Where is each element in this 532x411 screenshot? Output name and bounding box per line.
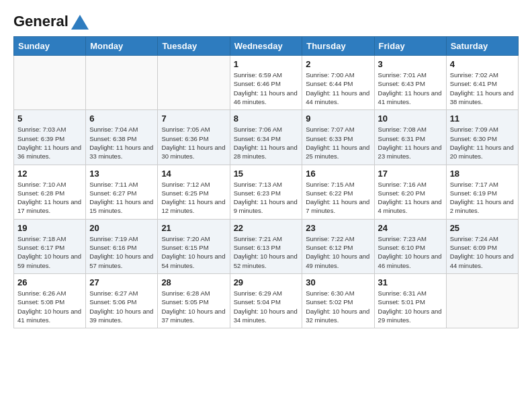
day-info: Sunrise: 6:27 AMSunset: 5:06 PMDaylight:… [89,289,154,324]
day-number: 9 [306,113,370,124]
calendar-cell: 7Sunrise: 7:05 AMSunset: 6:36 PMDaylight… [158,110,230,165]
day-number: 5 [17,113,82,124]
logo: General [13,13,91,30]
day-info: Sunrise: 7:20 AMSunset: 6:15 PMDaylight:… [161,234,226,270]
day-info: Sunrise: 7:17 AMSunset: 6:19 PMDaylight:… [450,180,515,216]
calendar-row-2: 5Sunrise: 7:03 AMSunset: 6:39 PMDaylight… [14,110,519,165]
calendar-cell: 17Sunrise: 7:16 AMSunset: 6:20 PMDayligh… [374,165,446,219]
day-info: Sunrise: 7:22 AMSunset: 6:12 PMDaylight:… [306,234,370,270]
calendar-cell: 3Sunrise: 7:01 AMSunset: 6:43 PMDaylight… [374,56,446,110]
day-number: 28 [161,277,226,287]
calendar-cell: 25Sunrise: 7:24 AMSunset: 6:09 PMDayligh… [446,219,518,273]
calendar-row-3: 12Sunrise: 7:10 AMSunset: 6:28 PMDayligh… [14,165,519,219]
calendar-page: General SundayMondayTuesdayWednesdayThur… [0,0,532,342]
day-info: Sunrise: 7:01 AMSunset: 6:43 PMDaylight:… [378,71,443,106]
day-info: Sunrise: 7:23 AMSunset: 6:10 PMDaylight:… [378,234,443,270]
calendar-cell: 5Sunrise: 7:03 AMSunset: 6:39 PMDaylight… [14,110,86,165]
day-info: Sunrise: 6:31 AMSunset: 5:01 PMDaylight:… [378,289,443,324]
calendar-cell: 11Sunrise: 7:09 AMSunset: 6:30 PMDayligh… [446,110,518,165]
day-info: Sunrise: 7:16 AMSunset: 6:20 PMDaylight:… [378,180,443,216]
calendar-cell: 30Sunrise: 6:30 AMSunset: 5:02 PMDayligh… [302,273,374,328]
calendar-cell: 13Sunrise: 7:11 AMSunset: 6:27 PMDayligh… [86,165,158,219]
day-number: 22 [234,223,299,233]
calendar-cell: 8Sunrise: 7:06 AMSunset: 6:34 PMDaylight… [230,110,302,165]
calendar-cell: 29Sunrise: 6:29 AMSunset: 5:04 PMDayligh… [230,273,302,328]
day-info: Sunrise: 7:10 AMSunset: 6:28 PMDaylight:… [17,180,82,216]
weekday-header-monday: Monday [86,37,158,56]
calendar-cell: 23Sunrise: 7:22 AMSunset: 6:12 PMDayligh… [302,219,374,273]
day-info: Sunrise: 7:02 AMSunset: 6:41 PMDaylight:… [450,71,515,106]
day-number: 23 [306,223,370,233]
logo-icon [70,13,90,31]
calendar-cell: 19Sunrise: 7:18 AMSunset: 6:17 PMDayligh… [14,219,86,273]
day-number: 19 [17,223,82,233]
calendar-cell: 20Sunrise: 7:19 AMSunset: 6:16 PMDayligh… [86,219,158,273]
day-number: 10 [378,113,443,124]
day-info: Sunrise: 7:06 AMSunset: 6:34 PMDaylight:… [234,125,299,161]
day-info: Sunrise: 7:24 AMSunset: 6:09 PMDaylight:… [450,234,515,270]
weekday-header-tuesday: Tuesday [158,37,230,56]
day-info: Sunrise: 6:28 AMSunset: 5:05 PMDaylight:… [161,289,226,324]
svg-marker-0 [71,15,89,30]
day-number: 25 [450,223,515,233]
day-info: Sunrise: 7:13 AMSunset: 6:23 PMDaylight:… [234,180,299,216]
day-info: Sunrise: 7:12 AMSunset: 6:25 PMDaylight:… [161,180,226,216]
day-info: Sunrise: 7:18 AMSunset: 6:17 PMDaylight:… [17,234,82,270]
day-info: Sunrise: 7:04 AMSunset: 6:38 PMDaylight:… [89,125,154,161]
calendar-cell: 10Sunrise: 7:08 AMSunset: 6:31 PMDayligh… [374,110,446,165]
calendar-cell: 6Sunrise: 7:04 AMSunset: 6:38 PMDaylight… [86,110,158,165]
calendar-cell [86,56,158,110]
day-info: Sunrise: 7:00 AMSunset: 6:44 PMDaylight:… [306,71,370,106]
logo-text: General [13,13,91,31]
calendar-cell: 16Sunrise: 7:15 AMSunset: 6:22 PMDayligh… [302,165,374,219]
day-number: 8 [234,113,299,124]
weekday-header-wednesday: Wednesday [230,37,302,56]
weekday-header-thursday: Thursday [302,37,374,56]
day-number: 12 [17,169,82,179]
day-number: 21 [161,223,226,233]
calendar-cell: 26Sunrise: 6:26 AMSunset: 5:08 PMDayligh… [14,273,86,328]
calendar-row-1: 1Sunrise: 6:59 AMSunset: 6:46 PMDaylight… [14,56,519,110]
calendar-cell: 2Sunrise: 7:00 AMSunset: 6:44 PMDaylight… [302,56,374,110]
calendar-cell [158,56,230,110]
day-number: 20 [89,223,154,233]
day-info: Sunrise: 6:29 AMSunset: 5:04 PMDaylight:… [234,289,299,324]
calendar-cell: 24Sunrise: 7:23 AMSunset: 6:10 PMDayligh… [374,219,446,273]
calendar-row-5: 26Sunrise: 6:26 AMSunset: 5:08 PMDayligh… [14,273,519,328]
calendar-cell: 9Sunrise: 7:07 AMSunset: 6:33 PMDaylight… [302,110,374,165]
day-info: Sunrise: 7:08 AMSunset: 6:31 PMDaylight:… [378,125,443,161]
calendar-cell: 1Sunrise: 6:59 AMSunset: 6:46 PMDaylight… [230,56,302,110]
day-info: Sunrise: 7:07 AMSunset: 6:33 PMDaylight:… [306,125,370,161]
header: General [13,13,519,30]
day-number: 2 [306,59,370,69]
day-info: Sunrise: 6:30 AMSunset: 5:02 PMDaylight:… [306,289,370,324]
day-number: 7 [161,113,226,124]
day-number: 18 [450,169,515,179]
calendar-cell: 18Sunrise: 7:17 AMSunset: 6:19 PMDayligh… [446,165,518,219]
day-number: 4 [450,59,515,69]
calendar-cell: 21Sunrise: 7:20 AMSunset: 6:15 PMDayligh… [158,219,230,273]
calendar-cell: 14Sunrise: 7:12 AMSunset: 6:25 PMDayligh… [158,165,230,219]
day-number: 16 [306,169,370,179]
calendar-cell: 15Sunrise: 7:13 AMSunset: 6:23 PMDayligh… [230,165,302,219]
weekday-header-row: SundayMondayTuesdayWednesdayThursdayFrid… [14,37,519,56]
weekday-header-sunday: Sunday [14,37,86,56]
day-info: Sunrise: 7:19 AMSunset: 6:16 PMDaylight:… [89,234,154,270]
day-number: 24 [378,223,443,233]
day-number: 1 [234,59,299,69]
weekday-header-friday: Friday [374,37,446,56]
calendar-cell: 4Sunrise: 7:02 AMSunset: 6:41 PMDaylight… [446,56,518,110]
day-info: Sunrise: 7:09 AMSunset: 6:30 PMDaylight:… [450,125,515,161]
calendar-cell [446,273,518,328]
day-number: 3 [378,59,443,69]
day-info: Sunrise: 7:11 AMSunset: 6:27 PMDaylight:… [89,180,154,216]
calendar-cell: 12Sunrise: 7:10 AMSunset: 6:28 PMDayligh… [14,165,86,219]
day-number: 29 [234,277,299,287]
calendar-cell: 22Sunrise: 7:21 AMSunset: 6:13 PMDayligh… [230,219,302,273]
calendar-table: SundayMondayTuesdayWednesdayThursdayFrid… [13,36,519,328]
day-info: Sunrise: 7:21 AMSunset: 6:13 PMDaylight:… [234,234,299,270]
day-number: 27 [89,277,154,287]
day-info: Sunrise: 7:15 AMSunset: 6:22 PMDaylight:… [306,180,370,216]
day-number: 17 [378,169,443,179]
calendar-cell [14,56,86,110]
